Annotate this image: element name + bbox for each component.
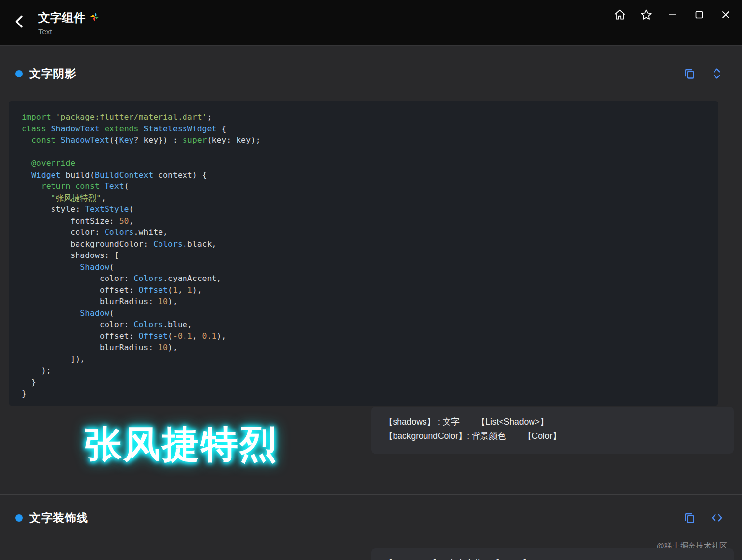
titlebar: 文字组件 Text: [0, 0, 742, 46]
favorite-button[interactable]: [633, 5, 660, 25]
home-icon: [613, 8, 626, 21]
section-title-shadow: 文字阴影: [29, 66, 77, 81]
property-info-panel: 【shadows】 : 文字 【List<Shadow>】 【backgroun…: [371, 407, 734, 454]
copy-code-button[interactable]: [681, 65, 698, 82]
minimize-icon: [667, 9, 679, 21]
back-arrow-icon: [12, 14, 27, 31]
shadow-demo-text: 张风捷特烈: [84, 420, 278, 470]
section-dot: [15, 70, 23, 77]
star-icon: [640, 8, 653, 21]
property-info-panel-2: 【fontFamily】 : 文字字体 【String】: [371, 548, 734, 560]
minimize-button[interactable]: [660, 5, 686, 25]
code-content: import 'package:flutter/material.dart';c…: [22, 111, 706, 400]
home-button[interactable]: [607, 5, 633, 25]
code-block: import 'package:flutter/material.dart';c…: [9, 101, 718, 406]
section-title-decoration: 文字装饰线: [29, 510, 88, 526]
copy-code-button-2[interactable]: [681, 509, 698, 526]
section-divider: [0, 494, 742, 495]
section-header-decoration: 文字装饰线: [0, 508, 742, 528]
info-row-fontfamily: 【fontFamily】 : 文字字体 【String】: [384, 556, 721, 560]
page-subtitle: Text: [38, 27, 100, 36]
flutter-sparkle-icon: [89, 11, 100, 24]
unfold-vertical-icon: [710, 66, 724, 81]
copy-icon: [682, 510, 697, 525]
back-button[interactable]: [5, 8, 34, 37]
code-brackets-icon: [710, 510, 724, 525]
close-button[interactable]: [713, 5, 739, 25]
close-icon: [720, 9, 732, 21]
info-row-backgroundcolor: 【backgroundColor】: 背景颜色 【Color】: [384, 429, 721, 443]
toggle-code-button[interactable]: [709, 65, 725, 82]
title-block: 文字组件 Text: [38, 10, 100, 36]
copy-icon: [682, 66, 697, 81]
section-header-shadow: 文字阴影: [0, 64, 742, 83]
maximize-button[interactable]: [686, 5, 713, 25]
section-dot: [15, 514, 23, 522]
maximize-icon: [693, 9, 705, 21]
page-title: 文字组件: [38, 10, 85, 25]
show-code-button[interactable]: [709, 509, 725, 526]
info-row-shadows: 【shadows】 : 文字 【List<Shadow>】: [384, 415, 721, 429]
